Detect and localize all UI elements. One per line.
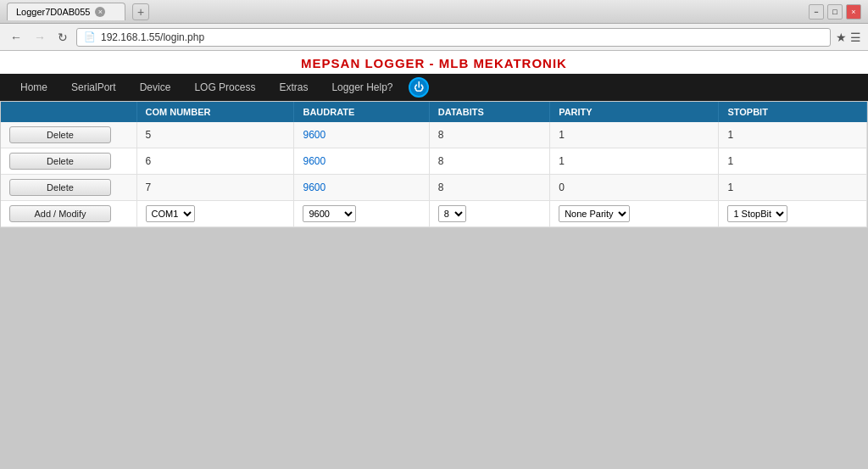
address-bar[interactable]: 📄 192.168.1.55/login.php: [76, 28, 831, 47]
maximize-button[interactable]: □: [827, 4, 843, 20]
table-header-row: COM NUMBER BAUDRATE DATABITS PARITY STOP…: [1, 102, 867, 122]
back-button[interactable]: ←: [7, 29, 25, 46]
nav-serialport[interactable]: SerialPort: [59, 76, 128, 98]
page-content: MEPSAN LOGGER - MLB MEKATRONIK Home Seri…: [0, 51, 868, 469]
bookmark-icon[interactable]: ★: [836, 31, 847, 44]
row1-baudrate: 9600: [294, 122, 429, 148]
col-header-com: COM NUMBER: [136, 102, 294, 122]
nav-device[interactable]: Device: [128, 76, 183, 98]
browser-addressbar: ← → ↻ 📄 192.168.1.55/login.php ★ ☰: [0, 24, 868, 51]
new-tab-button[interactable]: +: [132, 3, 149, 20]
col-header-databits: DATABITS: [429, 102, 549, 122]
nav-home[interactable]: Home: [8, 76, 59, 98]
app-header: MEPSAN LOGGER - MLB MEKATRONIK: [0, 51, 868, 74]
row1-stopbit: 1: [719, 122, 867, 148]
forward-button[interactable]: →: [31, 29, 49, 46]
table-row: Delete 6 9600 8 1 1: [1, 148, 867, 175]
com-select[interactable]: COM1 COM2 COM3 COM4 COM5: [146, 205, 195, 222]
serial-port-table: COM NUMBER BAUDRATE DATABITS PARITY STOP…: [1, 102, 867, 227]
minimize-button[interactable]: −: [809, 4, 824, 20]
row1-parity: 1: [550, 122, 719, 148]
add-stopbit-cell: 1 StopBit 2 StopBit: [719, 201, 867, 227]
app-title: MEPSAN LOGGER - MLB MEKATRONIK: [301, 56, 567, 70]
close-button[interactable]: ×: [846, 4, 861, 20]
tab-title: Logger7D0AB055: [16, 7, 90, 17]
col-header-baudrate: BAUDRATE: [294, 102, 429, 122]
nav-bar: Home SerialPort Device LOG Process Extra…: [0, 74, 868, 101]
window-controls: − □ ×: [809, 4, 861, 20]
row3-baudrate: 9600: [294, 175, 429, 201]
browser-tab[interactable]: Logger7D0AB055 ×: [7, 3, 125, 20]
settings-icon[interactable]: ☰: [850, 31, 861, 44]
parity-select[interactable]: None Parity Even Odd: [559, 205, 630, 222]
row2-baudrate: 9600: [294, 148, 429, 175]
row3-parity: 0: [550, 175, 719, 201]
delete-button-row3[interactable]: Delete: [9, 179, 111, 196]
row2-action: Delete: [1, 148, 136, 175]
col-header-stopbit: STOPBIT: [719, 102, 867, 122]
row2-com: 6: [136, 148, 294, 175]
add-action-cell: Add / Modify: [1, 201, 136, 227]
browser-actions: ★ ☰: [836, 31, 861, 44]
row1-action: Delete: [1, 122, 136, 148]
row1-databits: 8: [429, 122, 549, 148]
add-parity-cell: None Parity Even Odd: [550, 201, 719, 227]
add-databits-cell: 8 7 6 5: [429, 201, 549, 227]
gray-background: [0, 228, 868, 469]
address-text: 192.168.1.55/login.php: [101, 31, 204, 43]
browser-titlebar: Logger7D0AB055 × + − □ ×: [0, 0, 868, 24]
col-header-action: [1, 102, 136, 122]
serial-port-table-area: COM NUMBER BAUDRATE DATABITS PARITY STOP…: [0, 101, 868, 228]
nav-loggerhelp[interactable]: Logger Help?: [320, 76, 404, 98]
row3-action: Delete: [1, 175, 136, 201]
reload-button[interactable]: ↻: [54, 29, 71, 46]
delete-button-row2[interactable]: Delete: [9, 153, 111, 170]
row3-com: 7: [136, 175, 294, 201]
databits-select[interactable]: 8 7 6 5: [438, 205, 466, 222]
add-modify-button[interactable]: Add / Modify: [9, 205, 111, 222]
row2-databits: 8: [429, 148, 549, 175]
col-header-parity: PARITY: [550, 102, 719, 122]
row3-stopbit: 1: [719, 175, 867, 201]
add-com-cell: COM1 COM2 COM3 COM4 COM5: [136, 201, 294, 227]
power-icon: ⏻: [414, 82, 424, 92]
table-row: Delete 5 9600 8 1 1: [1, 122, 867, 148]
add-modify-row: Add / Modify COM1 COM2 COM3 COM4 COM5: [1, 201, 867, 227]
delete-button-row1[interactable]: Delete: [9, 126, 111, 143]
table-row: Delete 7 9600 8 0 1: [1, 175, 867, 201]
baudrate-select[interactable]: 9600 4800 19200 38400 115200: [303, 205, 356, 222]
power-button[interactable]: ⏻: [409, 77, 429, 98]
nav-extras[interactable]: Extras: [267, 76, 320, 98]
row2-parity: 1: [550, 148, 719, 175]
row3-databits: 8: [429, 175, 549, 201]
row1-com: 5: [136, 122, 294, 148]
nav-logprocess[interactable]: LOG Process: [182, 76, 267, 98]
tab-close-button[interactable]: ×: [95, 7, 105, 17]
row2-stopbit: 1: [719, 148, 867, 175]
page-icon: 📄: [84, 31, 96, 42]
add-baudrate-cell: 9600 4800 19200 38400 115200: [294, 201, 429, 227]
stopbit-select[interactable]: 1 StopBit 2 StopBit: [727, 205, 787, 222]
